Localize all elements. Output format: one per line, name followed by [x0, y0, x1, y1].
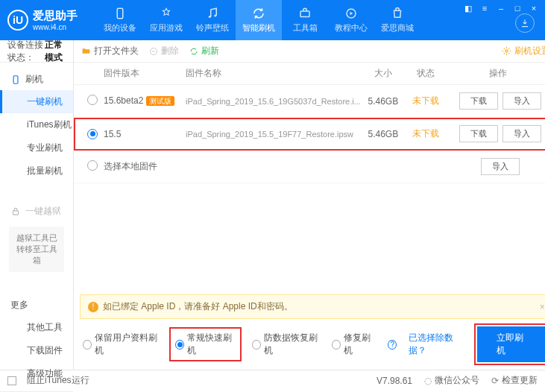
sidebar-item-batch[interactable]: 批量刷机 [0, 159, 73, 183]
sidebar-item-other[interactable]: 其他工具 [0, 316, 73, 339]
import-button[interactable]: 导入 [481, 158, 520, 175]
row-radio[interactable] [87, 160, 98, 171]
maximize-icon[interactable]: □ [512, 3, 523, 13]
svg-point-2 [214, 15, 216, 17]
import-button[interactable]: 导入 [503, 92, 541, 110]
svg-rect-5 [13, 75, 18, 83]
sidebar-item-itunes[interactable]: iTunes刷机 [0, 113, 73, 136]
opt-normal-fast[interactable]: 常规快速刷机 [171, 329, 240, 360]
download-button[interactable]: 下载 [459, 92, 498, 110]
version-label: V7.98.61 [377, 376, 412, 386]
flash-now-button[interactable]: 立即刷机 [477, 326, 545, 362]
skin-icon[interactable]: ◧ [463, 3, 473, 13]
sidebar-item-download-fw[interactable]: 下载固件 [0, 339, 73, 362]
downloads-icon[interactable] [515, 13, 535, 33]
brand-url: www.i4.cn [33, 23, 78, 31]
nav-toolbox[interactable]: 工具箱 [282, 0, 328, 40]
close-icon[interactable]: × [529, 3, 539, 13]
info-icon[interactable]: ? [388, 340, 397, 350]
sidebar-item-advanced[interactable]: 高级功能 [0, 362, 73, 385]
app-logo: iU [7, 10, 28, 31]
svg-rect-0 [117, 8, 123, 19]
wechat-icon[interactable]: ◌ [423, 376, 432, 385]
svg-rect-3 [300, 11, 309, 17]
sidebar-group-flash[interactable]: 刷机 [0, 69, 73, 90]
nav-flash[interactable]: 智能刷机 [236, 0, 282, 40]
warning-icon: ! [88, 302, 98, 312]
exclude-data-link[interactable]: 已选择除数据？ [409, 332, 465, 357]
opt-keep-data[interactable]: 保留用户资料刷机 [83, 332, 159, 357]
open-folder-button[interactable]: 打开文件夹 [81, 45, 139, 57]
brand-name: 爱思助手 [33, 9, 78, 23]
sidebar-item-oneclick[interactable]: 一键刷机 [0, 90, 73, 113]
warning-bar: ! 如已绑定 Apple ID，请准备好 Apple ID和密码。 × [80, 294, 545, 319]
download-button[interactable]: 下载 [459, 125, 498, 142]
firmware-row[interactable]: 15.6beta2测试版 iPad_Spring_2019_15.6_19G50… [74, 85, 545, 118]
sidebar-group-jailbreak[interactable]: 一键越狱 [0, 200, 73, 222]
local-firmware-row[interactable]: 选择本地固件 导入 [74, 151, 545, 183]
opt-repair[interactable]: 修复刷机 [332, 332, 376, 357]
sidebar-group-more[interactable]: 更多 [0, 294, 73, 316]
nav-my-device[interactable]: 我的设备 [97, 0, 143, 40]
table-header: 固件版本 固件名称 大小 状态 操作 [74, 63, 545, 85]
nav-ringtones[interactable]: 铃声壁纸 [189, 0, 236, 40]
nav-tutorials[interactable]: 教程中心 [328, 0, 374, 40]
delete-button[interactable]: 删除 [149, 45, 179, 57]
update-icon[interactable]: ⟳ [490, 376, 500, 385]
sidebar-item-pro[interactable]: 专业刷机 [0, 136, 73, 159]
minimize-icon[interactable]: – [496, 3, 506, 13]
svg-point-1 [209, 16, 211, 18]
device-status: 设备连接状态：正常模式 [0, 40, 73, 63]
jailbreak-note: 越狱工具已转移至工具箱 [9, 227, 64, 272]
nav-store[interactable]: 爱思商城 [374, 0, 420, 40]
row-radio[interactable] [87, 95, 98, 105]
flash-settings-button[interactable]: 刷机设置 [502, 45, 545, 57]
close-warning-icon[interactable]: × [540, 302, 545, 312]
row-radio[interactable] [87, 129, 98, 139]
firmware-row[interactable]: 15.5 iPad_Spring_2019_15.5_19F77_Restore… [74, 118, 545, 151]
svg-rect-6 [13, 210, 19, 214]
svg-point-9 [505, 50, 508, 52]
refresh-button[interactable]: 刷新 [189, 45, 219, 57]
nav-apps[interactable]: 应用游戏 [143, 0, 189, 40]
import-button[interactable]: 导入 [503, 125, 541, 142]
opt-anti-recovery[interactable]: 防数据恢复刷机 [252, 332, 320, 357]
menu-icon[interactable]: ≡ [479, 3, 490, 13]
